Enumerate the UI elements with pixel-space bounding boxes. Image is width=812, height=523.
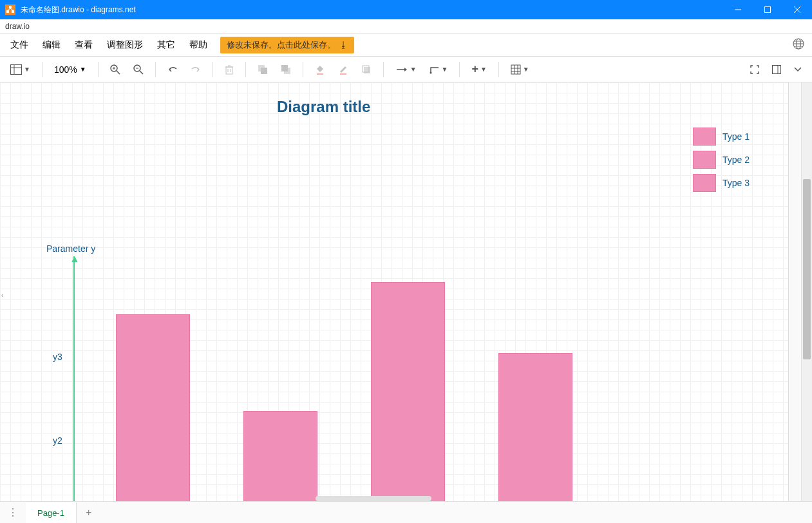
zoom-select[interactable]: 100%▼: [49, 62, 91, 77]
shadow-button[interactable]: [356, 61, 377, 79]
y-axis[interactable]: [73, 256, 75, 501]
waypoints-button[interactable]: ▼: [424, 61, 453, 78]
svg-rect-6: [765, 7, 771, 13]
maximize-button[interactable]: [753, 0, 782, 19]
svg-line-18: [117, 71, 120, 74]
scrollbar-thumb[interactable]: [803, 179, 811, 359]
legend-swatch: [693, 174, 716, 192]
svg-rect-44: [773, 65, 781, 73]
y-tick-label[interactable]: y3: [53, 352, 62, 362]
menu-edit[interactable]: 编辑: [36, 35, 67, 55]
menu-extras[interactable]: 其它: [151, 35, 182, 55]
format-panel-collapsed[interactable]: [788, 82, 801, 501]
chart-legend: Type 1 Type 2 Type 3: [693, 128, 750, 197]
left-panel-handle[interactable]: ‹: [1, 292, 3, 299]
delete-button[interactable]: [220, 61, 239, 79]
svg-rect-2: [12, 10, 14, 13]
canvas[interactable]: ‹ Diagram title Type 1 Type 2 Type 3 Par…: [0, 82, 788, 501]
chart-bar[interactable]: [498, 353, 572, 501]
vertical-scrollbar[interactable]: [801, 82, 812, 501]
legend-label: Type 1: [722, 131, 750, 142]
unsaved-banner[interactable]: 修改未保存。点击此处保存。 ⭳: [220, 37, 354, 53]
to-back-button[interactable]: [276, 61, 296, 79]
svg-line-3: [8, 8, 10, 10]
redo-button[interactable]: [185, 62, 206, 77]
window-titlebar: 未命名绘图.drawio - diagrams.net: [0, 0, 812, 19]
toolbar: ▼ 100%▼ ▼ ▼ +▼ ▼: [0, 57, 812, 82]
menubar: 文件 编辑 查看 调整图形 其它 帮助 修改未保存。点击此处保存。 ⭳: [0, 33, 812, 57]
to-front-button[interactable]: [252, 61, 273, 79]
legend-label: Type 2: [722, 155, 750, 165]
chart-title[interactable]: Diagram title: [277, 98, 370, 116]
svg-line-22: [140, 71, 143, 74]
connection-button[interactable]: ▼: [390, 62, 422, 77]
svg-point-38: [430, 71, 431, 73]
svg-rect-0: [9, 6, 12, 8]
svg-rect-30: [261, 68, 267, 74]
pages-menu-button[interactable]: ⋮: [0, 506, 26, 518]
svg-line-4: [10, 8, 13, 10]
sidebar-toggle-button[interactable]: ▼: [5, 61, 35, 79]
insert-button[interactable]: +▼: [466, 59, 491, 80]
line-color-button[interactable]: [333, 61, 354, 79]
svg-rect-24: [226, 67, 232, 74]
unsaved-banner-text: 修改未保存。点击此处保存。: [227, 39, 335, 51]
language-button[interactable]: [789, 34, 808, 56]
menu-help[interactable]: 帮助: [183, 35, 214, 55]
zoom-in-button[interactable]: [105, 61, 126, 79]
svg-rect-14: [11, 64, 22, 74]
chart-bar[interactable]: [116, 314, 190, 501]
y-axis-label[interactable]: Parameter y: [46, 243, 95, 254]
menu-file[interactable]: 文件: [4, 35, 35, 55]
svg-rect-39: [511, 65, 520, 74]
zoom-out-button[interactable]: [128, 61, 149, 79]
window-controls: [723, 0, 812, 19]
page-tab[interactable]: Page-1: [26, 502, 77, 523]
menu-view[interactable]: 查看: [68, 35, 99, 55]
svg-rect-32: [281, 65, 288, 71]
legend-swatch: [693, 151, 716, 169]
app-icon: [5, 5, 15, 15]
menu-arrange[interactable]: 调整图形: [100, 35, 149, 55]
window-title: 未命名绘图.drawio - diagrams.net: [21, 5, 723, 15]
table-button[interactable]: ▼: [505, 61, 534, 79]
legend-label: Type 3: [722, 178, 750, 188]
legend-item[interactable]: Type 3: [693, 174, 750, 192]
legend-item[interactable]: Type 1: [693, 128, 750, 146]
minimize-button[interactable]: [723, 0, 753, 19]
svg-rect-1: [6, 10, 9, 13]
app-name: draw.io: [0, 19, 812, 33]
format-panel-button[interactable]: [767, 61, 786, 78]
chart-bar[interactable]: [371, 282, 445, 501]
y-tick-label[interactable]: y2: [53, 435, 62, 446]
zoom-value: 100%: [54, 64, 77, 75]
download-icon: ⭳: [339, 40, 348, 50]
legend-item[interactable]: Type 2: [693, 151, 750, 169]
undo-button[interactable]: [162, 62, 183, 77]
fill-color-button[interactable]: [310, 61, 330, 79]
add-page-button[interactable]: +: [77, 502, 100, 524]
close-button[interactable]: [782, 0, 812, 19]
chart-bar[interactable]: [243, 411, 317, 501]
page-tabs: ⋮ Page-1 +: [0, 501, 812, 523]
fullscreen-button[interactable]: [745, 61, 764, 78]
canvas-area: ‹ Diagram title Type 1 Type 2 Type 3 Par…: [0, 82, 812, 501]
horizontal-scrollbar[interactable]: [316, 496, 431, 501]
legend-swatch: [693, 128, 716, 146]
collapse-toolbar-button[interactable]: [789, 61, 807, 78]
